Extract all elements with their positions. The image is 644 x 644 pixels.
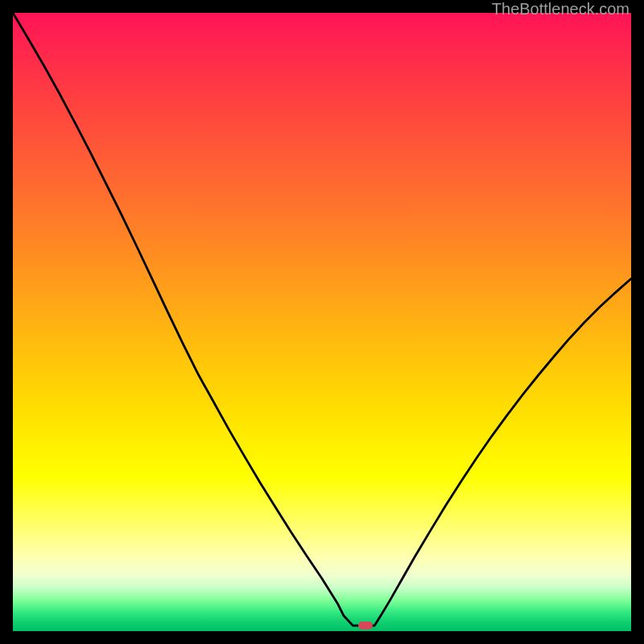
balance-marker (358, 621, 373, 630)
bottleneck-curve (13, 13, 631, 631)
watermark-text: TheBottleneck.com (492, 0, 630, 19)
plot-area (13, 13, 631, 631)
chart-container: TheBottleneck.com (0, 0, 644, 644)
